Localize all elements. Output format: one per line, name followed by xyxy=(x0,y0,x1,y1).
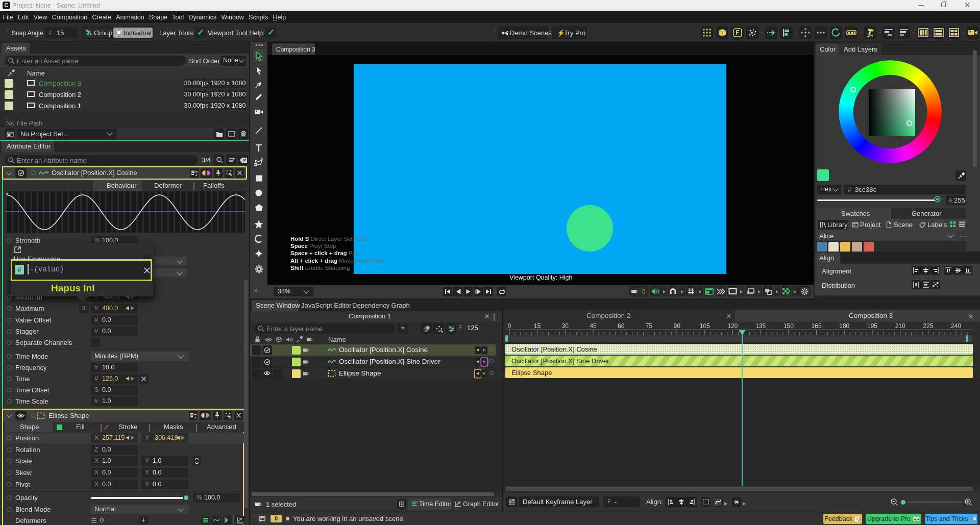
svg-text:225: 225 xyxy=(923,322,933,330)
svg-text:105: 105 xyxy=(700,322,710,330)
svg-text:210: 210 xyxy=(895,322,905,330)
svg-text:90: 90 xyxy=(673,322,680,330)
svg-text:240: 240 xyxy=(951,322,961,330)
svg-text:0: 0 xyxy=(642,288,646,295)
svg-text:120: 120 xyxy=(728,322,738,330)
svg-text:60: 60 xyxy=(618,322,625,330)
svg-text:135: 135 xyxy=(755,322,766,330)
svg-text:195: 195 xyxy=(867,322,877,330)
svg-text:150: 150 xyxy=(783,322,794,330)
svg-text:15: 15 xyxy=(534,322,541,330)
svg-text:165: 165 xyxy=(812,322,822,330)
svg-text:30: 30 xyxy=(562,322,569,330)
svg-text:45: 45 xyxy=(590,322,597,330)
svg-text:180: 180 xyxy=(839,322,849,330)
svg-text:0: 0 xyxy=(508,322,511,330)
svg-text:75: 75 xyxy=(646,322,653,330)
